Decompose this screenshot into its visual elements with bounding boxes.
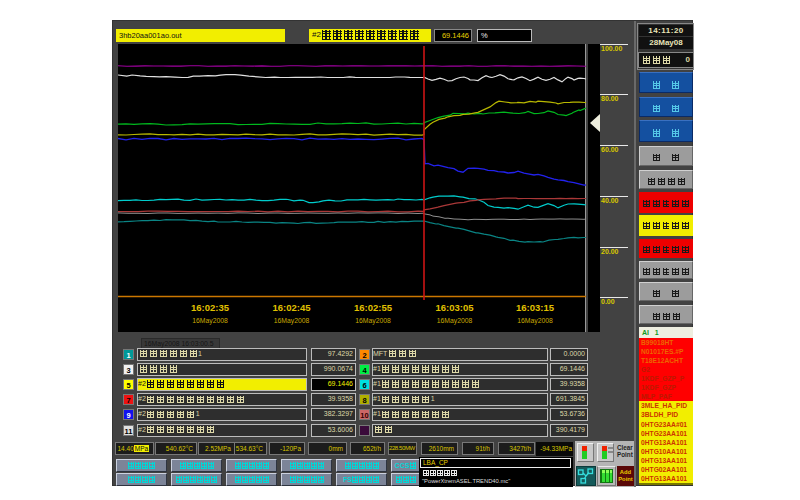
svg-text:16May2008: 16May2008 [192,317,228,325]
svg-text:16May2008: 16May2008 [437,317,473,325]
svg-text:16May2008: 16May2008 [517,317,553,325]
svg-text:16:03:05: 16:03:05 [435,302,474,313]
svg-text:16:02:55: 16:02:55 [354,302,393,313]
svg-text:16May2008: 16May2008 [274,317,310,325]
svg-text:16May2008: 16May2008 [355,317,391,325]
svg-text:16:02:45: 16:02:45 [272,302,311,313]
svg-text:16:02:35: 16:02:35 [191,302,230,313]
svg-text:16:03:15: 16:03:15 [516,302,555,313]
